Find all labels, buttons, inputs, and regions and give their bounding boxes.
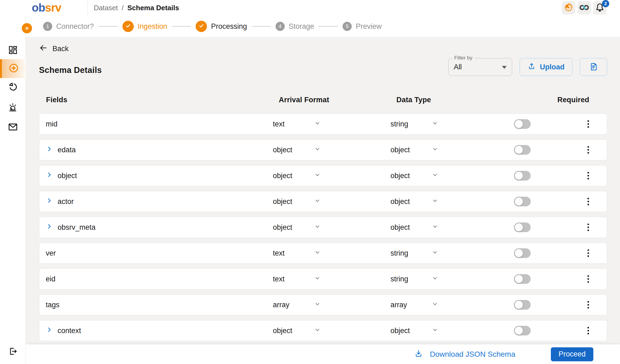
sidebar-item-logout[interactable] [0, 347, 26, 357]
field-cell: ver [46, 249, 273, 257]
arrival-format-select[interactable]: object [273, 326, 390, 335]
table-row: actor object object [39, 191, 607, 212]
data-type-select[interactable]: object [390, 171, 513, 180]
filter-by-value: All [454, 63, 462, 71]
step-circle[interactable] [196, 21, 207, 32]
required-toggle[interactable] [514, 119, 531, 129]
step-label: Storage [289, 22, 314, 31]
notification-badge: 2 [602, 0, 609, 7]
arrival-format-select[interactable]: text [273, 119, 390, 129]
stepper-step: 1 Connector? [43, 22, 122, 31]
expand-row-icon[interactable] [46, 223, 53, 232]
toggle-thumb [515, 275, 523, 283]
step-label: Ingestion [138, 22, 167, 31]
sidebar-item-metrics[interactable] [0, 82, 26, 93]
required-toggle[interactable] [514, 145, 531, 155]
data-type-select[interactable]: string [390, 119, 513, 129]
obsrv-loop-button[interactable] [577, 1, 591, 15]
breadcrumb-separator: / [122, 4, 124, 12]
data-type-select[interactable]: string [390, 249, 513, 258]
row-actions-cell [585, 273, 591, 285]
arrival-format-select[interactable]: text [273, 274, 390, 284]
sidebar-item-new-dataset[interactable] [0, 59, 26, 78]
sidebar-item-alerts[interactable] [0, 102, 26, 113]
logo-blue-text: ob [32, 1, 45, 14]
required-toggle[interactable] [514, 171, 531, 181]
sidebar-item-messages[interactable] [0, 122, 26, 133]
field-cell: tags [46, 301, 273, 309]
step-circle[interactable] [122, 21, 134, 32]
expand-row-icon[interactable] [46, 171, 53, 180]
filter-by-select[interactable]: Filter by All [448, 58, 512, 76]
chevron-down-icon [431, 274, 439, 284]
check-icon [198, 23, 205, 30]
upload-button[interactable]: Upload [520, 58, 572, 76]
row-actions-cell [585, 170, 591, 182]
required-cell [514, 222, 531, 232]
chevron-down-icon [431, 145, 439, 154]
sidebar-item-dashboard[interactable] [0, 45, 26, 56]
arrival-format-value: text [273, 249, 314, 257]
arrival-format-value: text [273, 120, 314, 128]
row-menu-button[interactable] [585, 247, 591, 259]
proceed-button[interactable]: Proceed [551, 347, 593, 361]
data-type-select[interactable]: object [390, 145, 513, 154]
app-logo[interactable]: obsrv [32, 1, 61, 14]
row-menu-button[interactable] [585, 118, 591, 130]
json-schema-view-button[interactable] [580, 58, 607, 76]
schema-document-icon [589, 62, 598, 72]
expand-row-icon[interactable] [46, 326, 53, 335]
breadcrumb: Dataset / Schema Details [94, 4, 179, 12]
expand-row-icon[interactable] [46, 145, 53, 154]
chevron-down-icon [314, 326, 321, 335]
row-menu-button[interactable] [585, 221, 591, 233]
notifications-button[interactable]: 2 [593, 1, 607, 15]
data-type-select[interactable]: object [390, 223, 513, 232]
row-actions-cell [585, 299, 591, 311]
toggle-thumb [515, 249, 523, 257]
arrival-format-select[interactable]: object [273, 223, 390, 232]
back-button[interactable]: Back [39, 44, 69, 54]
row-menu-button[interactable] [585, 196, 591, 207]
table-row: eid text string [39, 268, 607, 289]
infinity-loop-icon [579, 2, 590, 14]
required-toggle[interactable] [514, 248, 531, 258]
step-circle[interactable]: 4 [276, 22, 285, 31]
download-json-schema-link[interactable]: Download JSON Schema [414, 349, 515, 360]
required-toggle[interactable] [514, 222, 531, 232]
required-toggle[interactable] [514, 197, 531, 206]
dropdown-caret-icon [502, 66, 507, 69]
arrival-format-select[interactable]: array [273, 300, 390, 309]
arrival-format-select[interactable]: object [273, 171, 390, 180]
row-menu-button[interactable] [585, 273, 591, 285]
column-header-arrival-format: Arrival Format [273, 96, 391, 104]
data-type-select[interactable]: object [390, 197, 513, 206]
grafana-button[interactable] [562, 1, 575, 15]
row-menu-button[interactable] [585, 325, 591, 337]
required-toggle[interactable] [514, 300, 531, 310]
arrival-format-select[interactable]: object [273, 145, 390, 154]
step-circle[interactable]: 5 [343, 22, 352, 31]
row-menu-button[interactable] [585, 170, 591, 182]
expand-row-icon[interactable] [46, 197, 53, 206]
required-cell [514, 274, 531, 284]
required-cell [514, 145, 531, 155]
required-toggle[interactable] [514, 274, 531, 284]
arrival-format-select[interactable]: text [273, 249, 390, 258]
schema-table: mid text string edata obje [39, 114, 607, 341]
data-type-select[interactable]: string [390, 274, 513, 284]
row-menu-button[interactable] [585, 299, 591, 311]
row-menu-button[interactable] [585, 144, 591, 156]
required-cell [514, 326, 531, 335]
data-type-select[interactable]: object [390, 326, 513, 335]
column-header-data-type: Data Type [391, 96, 513, 104]
arrival-format-select[interactable]: object [273, 197, 390, 206]
step-circle[interactable]: 1 [43, 22, 52, 31]
chevron-down-icon [314, 145, 321, 154]
toggle-thumb [515, 197, 523, 206]
sidebar-expand-button[interactable]: » [22, 23, 32, 33]
row-actions-cell [585, 196, 591, 207]
data-type-select[interactable]: array [390, 300, 513, 309]
breadcrumb-dataset-link[interactable]: Dataset [94, 4, 118, 12]
required-toggle[interactable] [514, 326, 531, 335]
